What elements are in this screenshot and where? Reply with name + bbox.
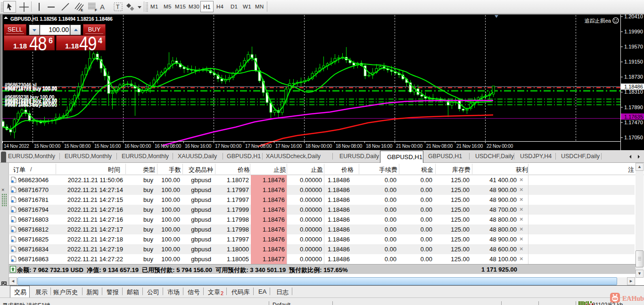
svg-text:1.17050: 1.17050 — [624, 135, 643, 140]
svg-text:16 Nov 16:00: 16 Nov 16:00 — [185, 144, 212, 149]
svg-text:21 Nov 00:00: 21 Nov 00:00 — [396, 144, 423, 149]
svg-text:F: F — [95, 8, 97, 12]
svg-text:1.19570: 1.19570 — [624, 44, 643, 49]
svg-text:#968716863 buy 100.00: #968716863 buy 100.00 — [5, 102, 57, 108]
svg-text:18 Nov 08:00: 18 Nov 08:00 — [336, 144, 363, 149]
svg-text:1.17635: 1.17635 — [624, 114, 643, 120]
svg-text:16 Nov 08:00: 16 Nov 08:00 — [155, 144, 182, 149]
svg-text:GBPUSD,H1 1.18256 1.18494 1.1: GBPUSD,H1 1.18256 1.18494 1.18216 1.1848… — [10, 16, 113, 22]
svg-text:1.17890: 1.17890 — [624, 104, 643, 110]
svg-text:1.18310: 1.18310 — [624, 89, 643, 95]
svg-text:18 Nov 00:00: 18 Nov 00:00 — [305, 144, 332, 149]
svg-text:15 Nov 00:00: 15 Nov 00:00 — [34, 144, 61, 149]
svg-text:18 Nov 16:00: 18 Nov 16:00 — [366, 144, 393, 149]
svg-text:17 Nov 00:00: 17 Nov 00:00 — [215, 144, 242, 149]
svg-text:1.17470: 1.17470 — [624, 120, 643, 125]
svg-text:追踪止损ea: 追踪止损ea — [585, 18, 611, 24]
svg-text:EAHub: EAHub — [622, 295, 644, 302]
svg-text:1.18730: 1.18730 — [624, 74, 643, 80]
svg-text:21 Nov 08:00: 21 Nov 08:00 — [426, 144, 453, 149]
svg-text:17 Nov 08:00: 17 Nov 08:00 — [245, 144, 272, 149]
svg-text:#968716781 buy 100.00: #968716781 buy 100.00 — [5, 86, 57, 92]
svg-text:1.18486: 1.18486 — [624, 84, 643, 89]
svg-text:E: E — [81, 8, 83, 12]
svg-text:15 Nov 16:00: 15 Nov 16:00 — [94, 144, 121, 149]
svg-text:1.19150: 1.19150 — [624, 59, 643, 64]
svg-text:14 Nov 2022: 14 Nov 2022 — [4, 144, 29, 149]
svg-text:17 Nov 16:00: 17 Nov 16:00 — [275, 144, 302, 149]
svg-text:21 Nov 16:00: 21 Nov 16:00 — [456, 144, 483, 149]
svg-text:16 Nov 00:00: 16 Nov 00:00 — [124, 144, 151, 149]
svg-text:1.20410: 1.20410 — [624, 15, 643, 19]
svg-text:1.19990: 1.19990 — [624, 29, 643, 34]
svg-text:T: T — [116, 4, 120, 10]
svg-text:15 Nov 08:00: 15 Nov 08:00 — [64, 144, 91, 149]
svg-text:22 Nov 00:00: 22 Nov 00:00 — [487, 144, 513, 149]
